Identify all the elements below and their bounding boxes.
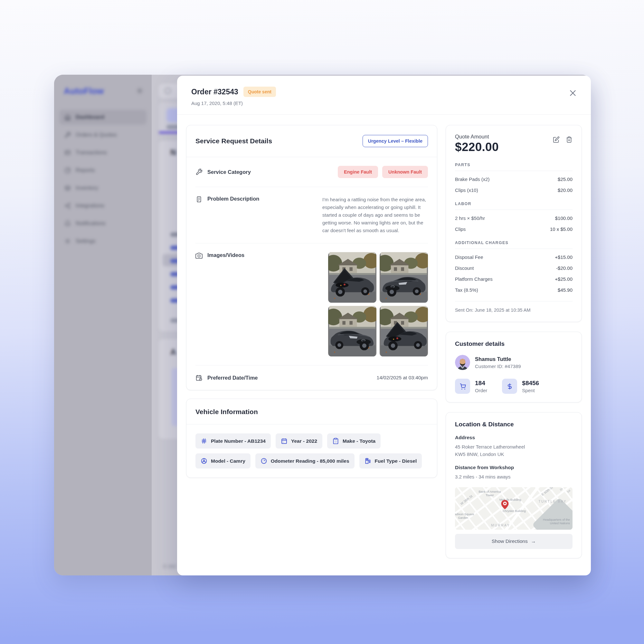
service-category-label: Service Category [207, 169, 251, 175]
camera-icon [195, 252, 203, 259]
quote-line-item: Clips (x10) $20.00 [455, 187, 573, 193]
location-distance-card: Location & Distance Address 45 Roker Ter… [446, 412, 582, 558]
sidebar-item-settings[interactable]: Settings [59, 234, 147, 249]
fault-tag: Unknown Fault [382, 166, 428, 178]
show-directions-button[interactable]: Show Directions → [455, 534, 573, 549]
app-logo: AutoFlow [64, 86, 104, 96]
pie-chart-icon [64, 167, 71, 174]
gear-icon [64, 238, 71, 244]
calendar-clock-icon [195, 374, 203, 381]
cart-icon [455, 379, 470, 394]
parts-section: PARTS Brake Pads (x2) $25.00 Clips (x10)… [455, 163, 573, 193]
problem-description-text: I'm hearing a rattling noise from the en… [322, 196, 428, 234]
calendar-icon [281, 438, 288, 444]
map-label: Bank of America Tower [475, 490, 505, 497]
copyright-text: © 202 [163, 563, 176, 569]
quote-line-item: Tax (8.5%) $45.90 [455, 287, 573, 293]
problem-description-row: Problem Description I'm hearing a rattli… [195, 187, 428, 243]
quote-amount-value: $220.00 [455, 140, 499, 154]
map[interactable]: Bank of America Tower E 50th St 2n 1st W… [455, 487, 573, 530]
sidebar-item-dashboard[interactable]: Dashboard [59, 110, 147, 125]
wrench-icon [64, 132, 71, 138]
vehicle-photo[interactable] [328, 252, 376, 303]
modal-header: Order #32543 Quote sent Aug 17, 2020, 5:… [177, 76, 591, 115]
document-icon [195, 196, 203, 203]
additional-charges-section: ADDITIONAL CHARGES Disposal Fee +$15.00 … [455, 241, 573, 293]
orders-stat: 184 Order [455, 379, 487, 394]
urgency-level-button[interactable]: Urgency Level – Flexible [363, 135, 428, 147]
share-icon [64, 203, 71, 209]
steering-icon [201, 458, 207, 464]
vehicle-badge-year: Year - 2022 [276, 433, 322, 449]
sidebar-item-orders-quotes[interactable]: Orders & Quotes [59, 128, 147, 142]
problem-description-label: Problem Description [207, 196, 259, 202]
edit-icon[interactable] [553, 136, 560, 143]
page-background: AutoFlow Dashboard Orders & Quotes [0, 0, 644, 644]
sidebar-item-label: Notifications [76, 220, 106, 227]
distance-label: Distance from Workshop [455, 465, 573, 470]
vehicle-badge-plate: Plate Number - AB1234 [195, 433, 271, 449]
vehicle-badge-fuel: Fuel Type - Diesel [359, 453, 422, 469]
sidebar-item-integrations[interactable]: Integrations [59, 198, 147, 213]
sidebar-item-transactions[interactable]: Transactions [59, 145, 147, 160]
customer-details-card: Customer details [446, 332, 582, 403]
preferred-datetime-label: Preferred Date/Time [207, 375, 258, 381]
vehicle-photo[interactable] [380, 306, 428, 356]
avatar [455, 355, 470, 370]
sidebar-item-label: Reports [76, 167, 95, 174]
preferred-datetime-value: 14/02/2025 at 03:40pm [377, 375, 428, 381]
sidebar-gear-icon[interactable] [136, 87, 143, 96]
quote-line-item: Platform Charges +$25.00 [455, 276, 573, 282]
preferred-datetime-row: Preferred Date/Time 14/02/2025 at 03:40p… [195, 365, 428, 390]
vehicle-photo[interactable] [380, 252, 428, 303]
close-icon[interactable] [568, 89, 577, 98]
sidebar-item-label: Settings [76, 238, 95, 244]
order-date: Aug 17, 2020, 5:48 (ET) [191, 100, 577, 106]
vehicle-photo[interactable] [328, 306, 376, 356]
sidebar-item-label: Inventory [76, 185, 98, 191]
order-details-modal: Order #32543 Quote sent Aug 17, 2020, 5:… [177, 76, 591, 575]
sidebar-menu: Dashboard Orders & Quotes Transactions R… [54, 110, 152, 249]
sidebar-item-inventory[interactable]: Inventory [59, 181, 147, 195]
divider [186, 424, 437, 424]
distance-value: 3.2 miles - 34 mins aways [455, 473, 573, 481]
search-icon [165, 88, 171, 94]
sidebar-item-reports[interactable]: Reports [59, 163, 147, 178]
dollar-icon [502, 379, 517, 394]
sidebar: AutoFlow Dashboard Orders & Quotes [54, 75, 152, 575]
vehicle-badge-odometer: Odometer Reading - 85,000 miles [255, 453, 355, 469]
vehicle-badge-make: Make - Toyota [327, 433, 381, 449]
box-icon [64, 185, 71, 191]
images-videos-label: Images/Videos [207, 252, 244, 258]
customer-name: Shamus Tuttle [475, 356, 521, 362]
address-value: 45 Roker Terrace Latheronwheel KW5 8NW, … [455, 443, 573, 458]
service-request-card: Service Request Details Urgency Level – … [186, 125, 437, 390]
vehicle-information-title: Vehicle Information [195, 408, 428, 416]
service-request-title: Service Request Details [195, 137, 272, 145]
vehicle-information-card: Vehicle Information Plate Number - AB123… [186, 399, 437, 478]
arrow-right-icon: → [531, 538, 536, 544]
parts-header: PARTS [455, 163, 573, 167]
fault-tag: Engine Fault [338, 166, 378, 178]
quote-line-item: 2 hrs × $50/hr $100.00 [455, 215, 573, 221]
quote-line-item: Clips 10 x $5.00 [455, 226, 573, 232]
delete-icon[interactable] [566, 136, 573, 143]
status-badge: Quote sent [243, 87, 276, 97]
labor-header: LABOR [455, 202, 573, 206]
quote-line-item: Discount -$20.00 [455, 265, 573, 271]
wrench-icon [195, 168, 203, 175]
vehicle-badge-model: Model - Camry [195, 453, 251, 469]
home-icon [64, 114, 71, 120]
quote-amount-label: Quote Amount [455, 134, 499, 140]
images-row: Images/Videos [195, 243, 428, 365]
clipboard-icon [332, 438, 339, 444]
additional-charges-header: ADDITIONAL CHARGES [455, 241, 573, 245]
bell-icon [64, 220, 71, 227]
map-label: TURTLE BAY [538, 499, 567, 504]
labor-section: LABOR 2 hrs × $50/hr $100.00 Clips 10 x … [455, 202, 573, 232]
gauge-icon [260, 458, 267, 464]
customer-id: Customer ID: #47389 [475, 364, 521, 369]
sidebar-item-label: Dashboard [76, 114, 104, 120]
sidebar-item-notifications[interactable]: Notifications [59, 216, 147, 231]
orders-count: 184 [475, 380, 487, 387]
